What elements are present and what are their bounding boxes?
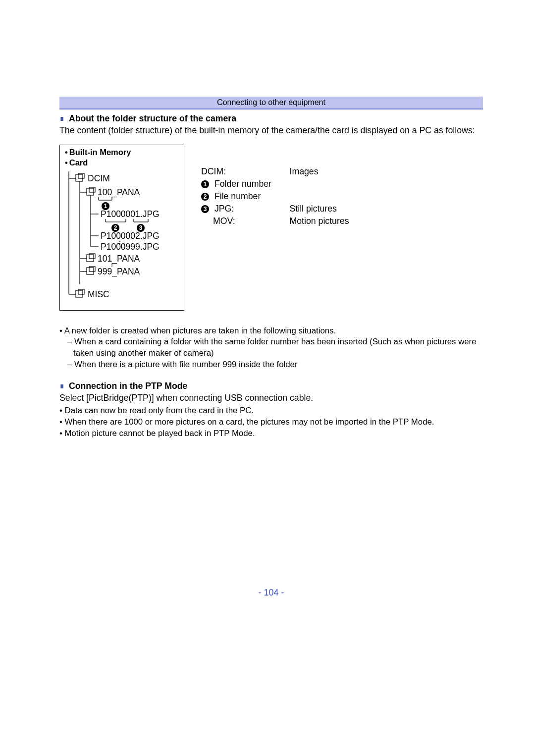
svg-text:100_PANA: 100_PANA <box>98 187 140 198</box>
legend-dcim-l: DCIM: <box>201 166 239 178</box>
ptp-intro: Select [PictBridge(PTP)] when connecting… <box>59 392 483 404</box>
svg-text:P1000999.JPG: P1000999.JPG <box>101 242 160 252</box>
legend-mov-r: Motion pictures <box>240 216 353 227</box>
legend-jpg-l: JPG: <box>214 204 234 214</box>
svg-text:1: 1 <box>104 203 107 210</box>
diagram-card-label: •Card <box>65 158 181 168</box>
square-bullet-icon: ∎ <box>59 381 64 390</box>
svg-rect-44 <box>76 290 83 297</box>
ptp-note-1: • Data can now be read only from the car… <box>59 405 483 417</box>
legend-table: DCIM: Images 1 Folder number 2 File numb… <box>200 165 354 311</box>
intro-paragraph: The content (folder structure) of the bu… <box>59 125 483 137</box>
page-number: - 104 - <box>59 588 483 598</box>
heading-folder-structure: ∎ About the folder structure of the came… <box>59 113 483 124</box>
legend-mov-l: MOV: <box>201 216 239 227</box>
svg-text:DCIM: DCIM <box>88 173 110 183</box>
legend-jpg-r: Still pictures <box>240 204 353 215</box>
diagram-memory-label: •Built-in Memory <box>65 147 181 158</box>
square-bullet-icon: ∎ <box>59 113 64 123</box>
manual-page: Connecting to other equipment ∎ About th… <box>0 0 535 756</box>
heading-text: About the folder structure of the camera <box>69 113 236 123</box>
legend-num-1-icon: 1 <box>201 180 209 188</box>
heading-ptp-mode: ∎ Connection in the PTP Mode <box>59 381 483 391</box>
svg-text:P1000002.JPG: P1000002.JPG <box>101 231 160 241</box>
svg-text:P1000001.JPG: P1000001.JPG <box>101 209 160 219</box>
diagram-and-legend-row: •Built-in Memory •Card DCIM 1 <box>59 145 483 311</box>
section-banner: Connecting to other equipment <box>59 97 483 109</box>
note-newfolder: • A new folder is created when pictures … <box>59 325 483 337</box>
note-case-1: – When a card containing a folder with t… <box>67 336 483 359</box>
folder-structure-diagram: •Built-in Memory •Card DCIM 1 <box>59 145 184 311</box>
svg-rect-7 <box>87 188 94 195</box>
legend-num-2-icon: 2 <box>201 193 209 201</box>
notes-block-2: • Data can now be read only from the car… <box>59 405 483 439</box>
svg-text:999_PANA: 999_PANA <box>98 267 140 277</box>
svg-rect-34 <box>87 255 94 262</box>
legend-dcim-r: Images <box>240 166 353 178</box>
ptp-note-2: • When there are 1000 or more pictures o… <box>59 417 483 428</box>
svg-text:101_PANA: 101_PANA <box>98 254 140 264</box>
note-case-2: – When there is a picture with file numb… <box>67 359 483 371</box>
svg-text:2: 2 <box>114 224 117 231</box>
ptp-note-3: • Motion picture cannot be played back i… <box>59 428 483 439</box>
heading-text: Connection in the PTP Mode <box>69 381 187 391</box>
svg-text:MISC: MISC <box>88 289 109 299</box>
svg-rect-39 <box>87 268 94 274</box>
folder-tree-icon: DCIM 100_PANA 1 <box>63 171 177 305</box>
svg-rect-2 <box>76 174 83 181</box>
legend-row-1: Folder number <box>214 179 271 189</box>
legend-row-2: File number <box>214 191 261 201</box>
legend-num-3-icon: 3 <box>201 205 209 213</box>
svg-text:3: 3 <box>139 224 143 231</box>
notes-block-1: • A new folder is created when pictures … <box>59 325 483 371</box>
